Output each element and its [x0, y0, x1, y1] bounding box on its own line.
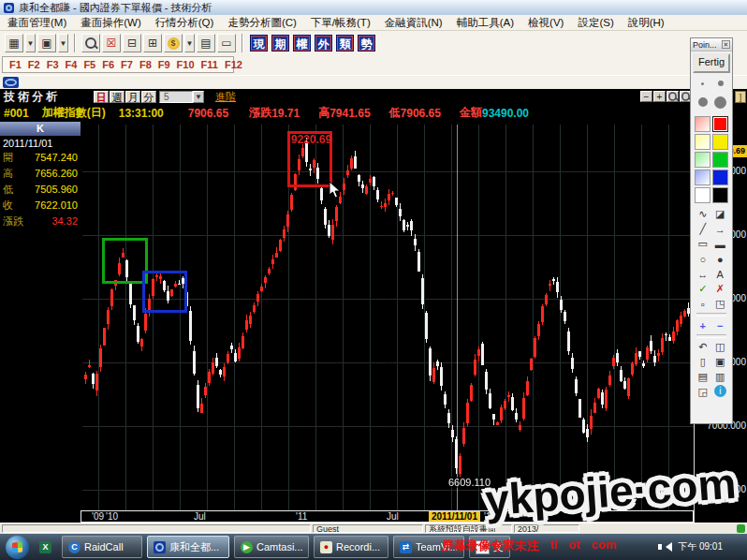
menu-item-quote-analysis[interactable]: 行情分析(Q): [155, 16, 214, 30]
info-tool-icon[interactable]: i: [714, 385, 726, 397]
menu-item-screen-manage[interactable]: 畫面管理(M): [7, 16, 66, 30]
fkey-f3[interactable]: F3: [47, 59, 59, 70]
color-swatch-soft[interactable]: [695, 169, 710, 185]
partial-hidden-button[interactable]: ]: [735, 91, 746, 103]
new-page-tool-icon[interactable]: ▯: [695, 355, 711, 369]
color-swatch-soft[interactable]: [695, 152, 710, 168]
text-tool-icon[interactable]: A: [712, 267, 729, 281]
delete-tool-icon[interactable]: ◫: [712, 340, 729, 354]
menu-item-tools[interactable]: 輔助工具(A): [457, 16, 514, 30]
market-button-sector[interactable]: 類: [336, 35, 354, 52]
taskbar-item-recorder[interactable]: ● Recordi...: [314, 536, 388, 558]
minute-select[interactable]: 5: [159, 91, 193, 103]
print-button[interactable]: ▤: [197, 34, 215, 52]
period-button-week[interactable]: 週: [110, 91, 124, 103]
line-tool-icon[interactable]: ╱: [695, 222, 711, 236]
menu-item-finance-info[interactable]: 金融資訊(N): [385, 16, 443, 30]
fkey-f11[interactable]: F11: [201, 59, 218, 70]
pen-size-option[interactable]: [711, 92, 729, 114]
color-swatch-solid[interactable]: [712, 134, 728, 150]
period-button-day[interactable]: 日: [94, 91, 109, 103]
ellipse-filled-tool-icon[interactable]: ●: [712, 252, 729, 266]
zoom-select-tool-icon[interactable]: ◳: [712, 297, 729, 311]
start-button[interactable]: [6, 536, 29, 559]
fkey-f7[interactable]: F7: [121, 59, 133, 70]
menu-item-view[interactable]: 檢視(V): [528, 16, 564, 30]
color-swatch-soft[interactable]: [695, 134, 710, 150]
zoom-in-button[interactable]: +: [653, 91, 666, 102]
zoom-in-tool-icon[interactable]: +: [695, 318, 711, 332]
double-arrow-tool-icon[interactable]: ↔: [695, 267, 711, 281]
market-button-foreign[interactable]: 外: [315, 35, 332, 52]
pen-size-option[interactable]: [694, 76, 711, 92]
save-tool-icon[interactable]: ▥: [712, 370, 729, 384]
magnifier-button[interactable]: [666, 91, 679, 102]
menu-item-settings[interactable]: 設定(S): [578, 16, 613, 30]
candlestick-plot[interactable]: 9220.696609.110: [82, 125, 694, 510]
fkey-f10[interactable]: F10: [177, 59, 195, 70]
taskbar-item-excel[interactable]: X: [34, 537, 57, 557]
menu-item-order-account[interactable]: 下單/帳務(T): [311, 16, 371, 30]
fkey-f9[interactable]: F9: [158, 59, 170, 70]
arrow-tool-icon[interactable]: →: [712, 222, 729, 236]
market-button-warrant[interactable]: 權: [293, 35, 311, 52]
color-swatch-solid[interactable]: [712, 187, 728, 203]
taskbar-item-camtasia[interactable]: ▶ Camtasi...: [234, 536, 309, 558]
rectangle-tool-icon[interactable]: ▭: [695, 237, 711, 251]
screenshot-tool-icon[interactable]: ◲: [695, 385, 711, 399]
layout-dropdown-arrow[interactable]: ▼: [25, 34, 36, 52]
zoom-out-button[interactable]: −: [640, 91, 652, 102]
fkey-f12[interactable]: F12: [225, 59, 242, 70]
taskbar-item-trading-app[interactable]: 康和全都...: [147, 536, 229, 558]
eraser-tool-icon[interactable]: ◪: [712, 207, 729, 221]
monitor-dropdown-arrow[interactable]: ▼: [58, 34, 68, 52]
color-swatch-soft[interactable]: [695, 187, 710, 203]
money-dropdown-arrow[interactable]: ▼: [184, 34, 195, 52]
select-tool-icon[interactable]: ▫: [695, 297, 711, 311]
minute-select-arrow[interactable]: ▼: [193, 91, 204, 103]
fkey-f6[interactable]: F6: [102, 59, 114, 70]
split-horizontal-button[interactable]: ⊟: [123, 34, 141, 52]
split-vertical-button[interactable]: ⊞: [143, 34, 162, 52]
palette-titlebar[interactable]: Poin... ✕: [691, 38, 732, 52]
market-button-trend[interactable]: 勢: [358, 35, 375, 52]
color-swatch-solid[interactable]: [712, 169, 728, 185]
print-tool-icon[interactable]: ▤: [695, 370, 711, 384]
money-button[interactable]: $: [164, 34, 183, 52]
close-icon[interactable]: ✕: [722, 40, 730, 49]
market-button-stock[interactable]: 現: [250, 35, 268, 52]
advanced-link[interactable]: 進階: [215, 90, 236, 104]
window-titlebar[interactable]: 康和全都賺 - 國內證券下單報價 - 技術分析: [0, 0, 747, 15]
fkey-f4[interactable]: F4: [66, 59, 78, 70]
pen-tool-icon[interactable]: ∿: [695, 207, 711, 221]
period-button-minute[interactable]: 分: [141, 91, 156, 103]
menu-item-trend-chart[interactable]: 走勢分析圖(C): [227, 16, 296, 30]
app-logo-icon[interactable]: [3, 77, 19, 88]
menu-item-screen-op[interactable]: 畫面操作(W): [81, 16, 141, 30]
ellipse-tool-icon[interactable]: ○: [695, 252, 711, 266]
close-message-button[interactable]: ☒: [102, 34, 121, 52]
menu-item-help[interactable]: 說明(H): [628, 16, 665, 30]
color-swatch-solid[interactable]: [712, 152, 728, 168]
done-button[interactable]: Fertig: [693, 53, 730, 73]
layout-grid-button[interactable]: ▦: [5, 34, 23, 52]
rectangle-filled-tool-icon[interactable]: ▬: [712, 237, 729, 251]
clock[interactable]: 下午 09:01: [678, 540, 723, 553]
speaker-icon[interactable]: [661, 542, 672, 552]
tray-icon[interactable]: [737, 524, 745, 533]
market-button-futures[interactable]: 期: [271, 35, 289, 52]
fkey-f5[interactable]: F5: [83, 59, 95, 70]
pen-size-option[interactable]: [711, 76, 729, 92]
copy-tool-icon[interactable]: ▣: [712, 355, 729, 369]
zoom-out-tool-icon[interactable]: −: [712, 318, 729, 332]
mini-window-button[interactable]: ▭: [217, 34, 236, 52]
taskbar-item-raidcall[interactable]: C RaidCall: [62, 536, 142, 558]
check-tool-icon[interactable]: ✓: [695, 282, 711, 296]
fkey-f1[interactable]: F1: [9, 59, 22, 70]
undo-tool-icon[interactable]: ↶: [695, 340, 711, 354]
color-swatch-solid[interactable]: [712, 116, 728, 132]
period-button-month[interactable]: 月: [125, 91, 140, 103]
pen-size-option[interactable]: [694, 92, 711, 114]
cross-tool-icon[interactable]: ✗: [712, 282, 729, 296]
search-button[interactable]: [81, 34, 100, 52]
